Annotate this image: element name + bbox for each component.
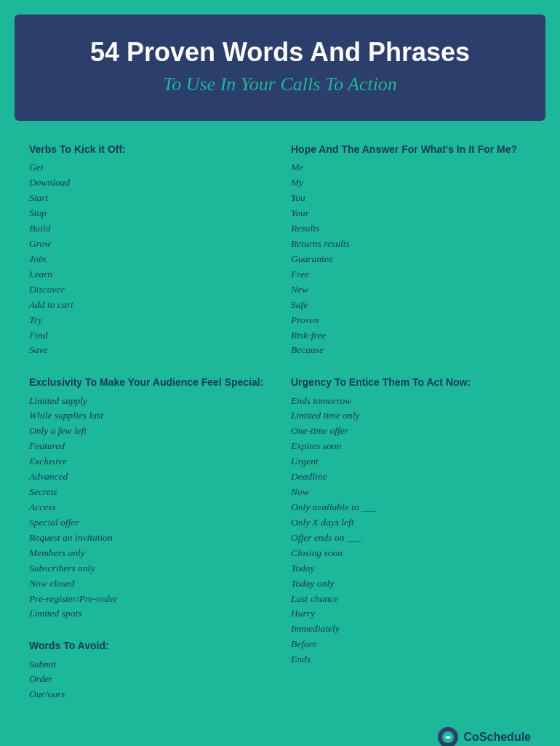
list-item: Offer ends on ___ <box>291 531 531 546</box>
list-item: Special offer <box>29 515 269 531</box>
list-item: Limited spots <box>29 606 269 622</box>
section-hope: Hope And The Answer For What's In It For… <box>291 143 531 358</box>
section-title-exclusivity: Exclusivity To Make Your Audience Feel S… <box>29 376 269 389</box>
list-item: Join <box>29 252 269 267</box>
list-item: Today only <box>291 576 531 592</box>
column-1: Hope And The Answer For What's In It For… <box>291 143 531 720</box>
list-item: Get <box>29 160 269 175</box>
list-item: Ends <box>291 652 531 667</box>
list-item: Ends tomorrow <box>291 394 531 409</box>
section-avoid: Words To Avoid:SubmitOrderOur/ours <box>29 639 269 702</box>
list-item: Only X days left <box>291 515 531 531</box>
section-title-urgency: Urgency To Entice Them To Act Now: <box>291 376 531 389</box>
list-item: Add to cart <box>29 298 269 313</box>
logo-text: CoSchedule <box>464 731 531 744</box>
list-item: Learn <box>29 267 269 282</box>
list-item: Safe <box>291 298 531 313</box>
list-item: Risk-free <box>291 328 531 344</box>
section-title-hope: Hope And The Answer For What's In It For… <box>291 143 531 156</box>
list-item: Limited supply <box>29 394 269 409</box>
logo-icon <box>438 727 458 746</box>
list-item: Discover <box>29 282 269 298</box>
list-item: Guarantee <box>291 252 531 267</box>
list-item: Your <box>291 206 531 221</box>
list-item: Order <box>29 672 269 687</box>
section-title-verbs: Verbs To Kick it Off: <box>29 143 269 156</box>
section-exclusivity: Exclusivity To Make Your Audience Feel S… <box>29 376 269 622</box>
section-title-avoid: Words To Avoid: <box>29 639 269 652</box>
list-item: Proven <box>291 313 531 328</box>
list-item: Pre-register/Pre-order <box>29 592 269 607</box>
list-item: Save <box>29 343 269 358</box>
content-grid: Verbs To Kick it Off:GetDownloadStartSto… <box>15 143 545 720</box>
list-item: Urgent <box>291 454 531 469</box>
list-item: Build <box>29 221 269 237</box>
list-item: Stop <box>29 206 269 221</box>
list-item: Now <box>291 485 531 500</box>
list-item: Results <box>291 221 531 237</box>
list-item: Because <box>291 343 531 358</box>
list-item: Download <box>29 175 269 191</box>
list-item: Access <box>29 500 269 515</box>
page-container: 54 Proven Words And Phrases To Use In Yo… <box>0 0 560 746</box>
list-item: Advanced <box>29 469 269 485</box>
list-item: You <box>291 191 531 206</box>
list-item: Before <box>291 637 531 652</box>
list-item: Deadline <box>291 469 531 485</box>
list-item: Today <box>291 561 531 576</box>
list-item: Featured <box>29 439 269 454</box>
list-item: Our/ours <box>29 687 269 702</box>
logo-area: CoSchedule <box>15 720 545 746</box>
section-urgency: Urgency To Entice Them To Act Now:Ends t… <box>291 376 531 667</box>
list-item: Now closed <box>29 576 269 592</box>
list-item: Find <box>29 328 269 344</box>
list-item: Grow <box>29 237 269 252</box>
list-item: While supplies last <box>29 408 269 424</box>
list-item: Only a few left <box>29 424 269 439</box>
list-item: Start <box>29 191 269 206</box>
list-item: Immediately <box>291 622 531 637</box>
list-item: Secrets <box>29 485 269 500</box>
list-item: Only available to ___ <box>291 500 531 515</box>
list-item: Free <box>291 267 531 282</box>
list-item: Returns results <box>291 237 531 252</box>
list-item: Request an invitation <box>29 531 269 546</box>
header-subtitle: To Use In Your Calls To Action <box>44 74 516 95</box>
list-item: One-time offer <box>291 424 531 439</box>
list-item: Members only <box>29 546 269 561</box>
list-item: Hurry <box>291 606 531 622</box>
header-box: 54 Proven Words And Phrases To Use In Yo… <box>15 15 545 121</box>
list-item: Me <box>291 160 531 175</box>
list-item: Exclusive <box>29 454 269 469</box>
list-item: New <box>291 282 531 298</box>
list-item: Try <box>29 313 269 328</box>
list-item: Last chance <box>291 592 531 607</box>
column-0: Verbs To Kick it Off:GetDownloadStartSto… <box>29 143 269 720</box>
section-verbs: Verbs To Kick it Off:GetDownloadStartSto… <box>29 143 269 358</box>
list-item: Expires soon <box>291 439 531 454</box>
header-title: 54 Proven Words And Phrases <box>44 36 516 68</box>
list-item: Limited time only <box>291 408 531 424</box>
list-item: Closing soon <box>291 546 531 561</box>
list-item: My <box>291 175 531 191</box>
list-item: Submit <box>29 657 269 672</box>
list-item: Subscribers only <box>29 561 269 576</box>
